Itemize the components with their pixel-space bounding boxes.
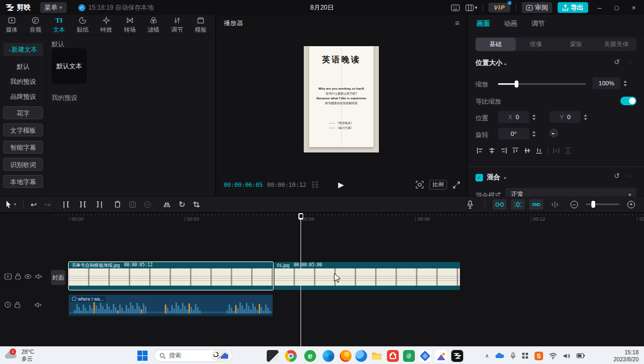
blend-checkbox[interactable]: ✓ <box>475 174 483 181</box>
aspect-ratio-button[interactable]: 比例 <box>429 180 447 190</box>
sidebar-item-auto-captions[interactable]: 智能字幕 <box>3 141 43 154</box>
tab-adjust[interactable]: 调节 <box>165 16 189 34</box>
scale-value[interactable]: 100% <box>592 77 620 89</box>
widget-grid-icon[interactable] <box>522 352 529 359</box>
green-browser-icon[interactable]: e <box>304 350 316 362</box>
task-view-icon[interactable] <box>267 350 279 362</box>
play-button[interactable]: ▶ <box>338 180 344 189</box>
audio-track-icon[interactable] <box>4 301 11 308</box>
subtab-mask[interactable]: 蒙版 <box>556 38 596 51</box>
uniform-scale-toggle[interactable] <box>620 97 636 105</box>
tab-sticker[interactable]: 贴纸 <box>71 16 94 34</box>
timeline[interactable]: |00:00 |00:03 |00:06 |00:09 |00:12 |00:1… <box>0 213 644 346</box>
timeline-zoom-thumb[interactable] <box>591 201 595 208</box>
crop-button[interactable] <box>193 201 200 208</box>
zoom-in-button[interactable]: + <box>627 201 635 208</box>
playhead-line[interactable] <box>301 213 301 346</box>
fullscreen-icon[interactable] <box>452 181 460 189</box>
firefox-icon[interactable] <box>340 350 352 362</box>
sidebar-item-local-captions[interactable]: 本地字幕 <box>3 175 43 188</box>
tray-expand-icon[interactable]: ∧ <box>485 353 489 359</box>
shortcut-keyboard-icon[interactable] <box>451 4 460 11</box>
clip-01-jpg[interactable]: 01.jpg00:00:05:00 <box>274 262 460 290</box>
lock-icon[interactable] <box>15 273 21 280</box>
default-text-card[interactable]: 默认文本 <box>52 48 87 84</box>
sidebar-item-lyrics-recognition[interactable]: 识别歌词 <box>3 158 43 171</box>
mute-track-icon[interactable] <box>35 273 42 280</box>
rotate-stepper[interactable] <box>531 128 537 140</box>
tab-template[interactable]: 模板 <box>189 16 213 34</box>
vip-button[interactable]: VIP <box>488 3 510 12</box>
sidebar-item-brand-presets[interactable]: 品牌预设 <box>3 90 43 103</box>
tab-media[interactable]: 媒体 <box>0 16 24 34</box>
tab-text[interactable]: TI 文本 <box>47 16 71 34</box>
split-button[interactable]: |[ <box>62 201 69 208</box>
sogou-input-icon[interactable]: S <box>535 352 543 360</box>
rotate-value[interactable]: 0° <box>498 128 529 140</box>
capcut-taskbar-icon[interactable] <box>451 350 463 362</box>
subtab-beauty[interactable]: 美颜美体 <box>596 38 636 51</box>
keyframe-nav-icons[interactable]: ‹› <box>627 173 634 179</box>
start-button[interactable] <box>137 351 148 361</box>
taskbar-clock[interactable]: 15:18 2023/8/20 <box>613 349 639 362</box>
close-button[interactable]: × <box>628 4 640 12</box>
review-button[interactable]: 审阅 <box>522 2 552 13</box>
video-preview[interactable]: 英语晚读 Why are you working so hard! 你为什么要那… <box>304 46 379 152</box>
main-track-magnet-toggle[interactable] <box>493 199 507 210</box>
align-bottom-icon[interactable] <box>536 147 543 154</box>
clip-template-poster[interactable]: 书单号自制模板海报.jpg00:00:05:12 <box>69 262 273 290</box>
delete-button[interactable] <box>114 200 121 208</box>
position-y-stepper[interactable] <box>583 111 588 123</box>
red-store-app-icon[interactable] <box>387 350 399 362</box>
weather-widget[interactable]: 1 28°C多云 <box>4 348 34 362</box>
align-center-horizontal-icon[interactable] <box>488 147 495 154</box>
mute-track-icon[interactable] <box>34 302 42 308</box>
browser-2345-icon[interactable] <box>355 350 367 362</box>
align-left-icon[interactable] <box>477 147 484 154</box>
menu-button[interactable]: 菜单 ▾ <box>40 2 67 13</box>
position-x-stepper[interactable] <box>531 111 537 123</box>
freeze-frame-button[interactable] <box>129 201 136 208</box>
cover-button[interactable]: 封面 <box>51 270 65 285</box>
battery-icon[interactable] <box>576 353 585 359</box>
scale-slider[interactable] <box>498 83 586 85</box>
taskbar-search[interactable]: 搜索 <box>154 350 232 362</box>
tab-picture[interactable]: 画面 <box>477 19 490 28</box>
tab-transition[interactable]: 转场 <box>118 16 142 34</box>
tab-effects[interactable]: 特效 <box>94 16 118 34</box>
subtab-basic[interactable]: 基础 <box>475 38 516 51</box>
reverse-button[interactable] <box>144 201 151 208</box>
sidebar-item-new-text[interactable]: •新建文本 <box>3 43 43 56</box>
timeline-zoom-slider[interactable] <box>586 203 619 205</box>
hide-track-icon[interactable] <box>24 274 32 279</box>
tray-mic-icon[interactable] <box>510 352 516 360</box>
chrome-icon[interactable] <box>285 350 297 362</box>
align-top-icon[interactable] <box>512 147 519 154</box>
tab-filter[interactable]: 滤镜 <box>142 16 165 34</box>
audio-clip[interactable]: where I wa... <box>69 295 273 316</box>
mirror-button[interactable] <box>163 201 171 208</box>
time-ruler[interactable] <box>54 214 644 215</box>
edge-icon[interactable] <box>323 350 334 362</box>
position-y-field[interactable]: Y0 <box>550 111 581 123</box>
minimize-button[interactable]: – <box>594 4 605 12</box>
screen-record-app-icon[interactable]: 录 <box>403 350 415 362</box>
mountain-app-icon[interactable] <box>435 350 447 362</box>
export-button[interactable]: 导出 <box>558 2 588 13</box>
sidebar-item-default[interactable]: 默认 <box>3 60 43 73</box>
preview-axis-toggle[interactable] <box>551 201 559 208</box>
player-menu-icon[interactable]: ≡ <box>455 19 459 27</box>
preview-quality-icon[interactable] <box>415 180 424 189</box>
auto-snap-toggle[interactable] <box>511 199 525 210</box>
blue-diamond-app-icon[interactable] <box>419 350 431 362</box>
reset-position-size-icon[interactable]: ↺ <box>614 58 620 66</box>
layout-switch-button[interactable]: ▾ <box>465 4 478 11</box>
wifi-icon[interactable] <box>549 353 557 359</box>
sidebar-item-text-template[interactable]: 文字模板 <box>3 123 43 136</box>
keyframe-nav-icons[interactable]: ‹› <box>627 59 634 65</box>
onedrive-icon[interactable] <box>495 353 504 359</box>
align-center-vertical-icon[interactable] <box>524 147 531 154</box>
main-track-icon[interactable] <box>4 273 12 280</box>
align-right-icon[interactable] <box>500 147 507 154</box>
tab-animation[interactable]: 动画 <box>504 19 517 28</box>
